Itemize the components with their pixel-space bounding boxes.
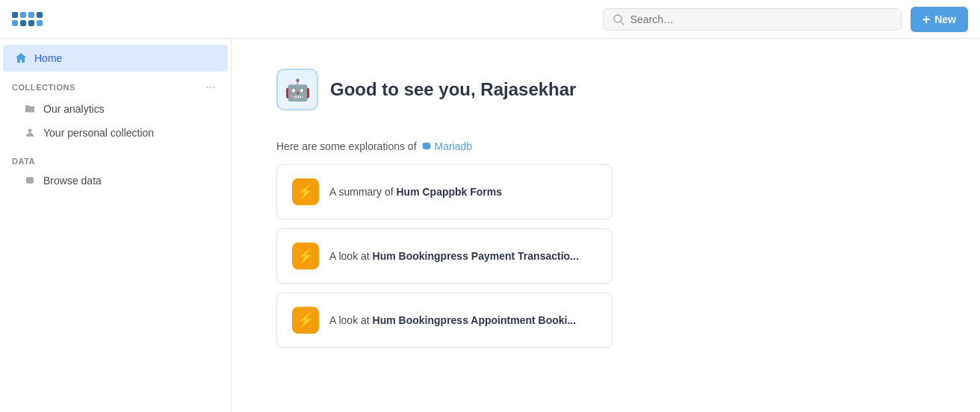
- exploration-card-0[interactable]: ⚡ A summary of Hum Cpappbk Forms: [276, 164, 612, 219]
- exploration-bold-2: Hum Bookingpress Appointment Booki...: [373, 314, 577, 326]
- explorations-intro-text: Here are some explorations of: [276, 140, 417, 152]
- exploration-bold-1: Hum Bookingpress Payment Transactio...: [373, 250, 579, 262]
- db-link-icon: [421, 141, 432, 152]
- sidebar-item-our-analytics[interactable]: Our analytics: [3, 97, 228, 121]
- sidebar-home-label: Home: [34, 52, 62, 64]
- sidebar-item-browse-data[interactable]: Browse data: [3, 169, 228, 193]
- personal-collection-label: Your personal collection: [43, 127, 154, 139]
- new-button[interactable]: + New: [911, 7, 968, 32]
- database-icon: [24, 175, 36, 187]
- collections-more-button[interactable]: ···: [203, 81, 219, 94]
- welcome-header: 🤖 Good to see you, Rajasekhar: [276, 69, 935, 110]
- explorations-intro: Here are some explorations of Mariadb: [276, 140, 935, 152]
- exploration-text-1: A look at Hum Bookingpress Payment Trans…: [329, 250, 579, 262]
- collections-header-label: COLLECTIONS: [12, 83, 75, 92]
- welcome-title: Good to see you, Rajasekhar: [330, 79, 576, 100]
- home-icon: [15, 52, 27, 64]
- collections-header: COLLECTIONS ···: [0, 72, 231, 97]
- exploration-bold-0: Hum Cpappbk Forms: [396, 186, 502, 198]
- exploration-text-0: A summary of Hum Cpappbk Forms: [329, 186, 502, 198]
- our-analytics-label: Our analytics: [43, 103, 105, 115]
- welcome-icon: 🤖: [276, 69, 318, 110]
- search-bar[interactable]: [603, 8, 902, 31]
- exploration-prefix-1: A look at: [329, 250, 373, 262]
- folder-icon: [24, 103, 36, 115]
- exploration-text-2: A look at Hum Bookingpress Appointment B…: [329, 314, 576, 326]
- plus-icon: +: [922, 13, 931, 26]
- lightning-icon-2: ⚡: [292, 307, 319, 334]
- lightning-icon-0: ⚡: [292, 178, 319, 205]
- person-icon: [24, 127, 36, 139]
- svg-line-1: [621, 22, 624, 25]
- exploration-prefix-2: A look at: [329, 314, 373, 326]
- lightning-icon-1: ⚡: [292, 243, 319, 269]
- app-logo: [12, 12, 43, 26]
- main-layout: Home COLLECTIONS ··· Our analytics Your …: [0, 39, 980, 412]
- data-header: DATA: [0, 145, 231, 169]
- search-icon: [612, 13, 624, 25]
- sidebar-item-personal-collection[interactable]: Your personal collection: [3, 121, 228, 145]
- navbar: + New: [0, 0, 980, 39]
- exploration-card-1[interactable]: ⚡ A look at Hum Bookingpress Payment Tra…: [276, 228, 612, 284]
- db-link-label: Mariadb: [435, 140, 473, 152]
- browse-data-label: Browse data: [43, 175, 102, 187]
- exploration-prefix-0: A summary of: [329, 186, 396, 198]
- search-input[interactable]: [630, 13, 892, 25]
- main-content: 🤖 Good to see you, Rajasekhar Here are s…: [232, 39, 980, 412]
- sidebar: Home COLLECTIONS ··· Our analytics Your …: [0, 39, 232, 412]
- db-link[interactable]: Mariadb: [421, 140, 473, 152]
- exploration-card-2[interactable]: ⚡ A look at Hum Bookingpress Appointment…: [276, 293, 612, 348]
- new-button-label: New: [934, 13, 956, 25]
- data-header-label: DATA: [12, 157, 35, 166]
- svg-point-2: [28, 129, 32, 133]
- sidebar-item-home[interactable]: Home: [3, 45, 228, 72]
